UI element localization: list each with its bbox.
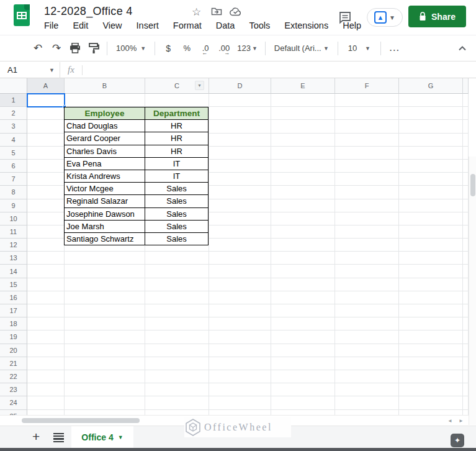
- cell-C20[interactable]: [145, 344, 209, 357]
- row-header-16[interactable]: 16: [0, 291, 27, 304]
- row-header-6[interactable]: 6: [0, 160, 27, 173]
- cell-A7[interactable]: [27, 173, 65, 186]
- cell-B16[interactable]: [65, 291, 145, 304]
- cell-F9[interactable]: [335, 199, 399, 212]
- cell-A23[interactable]: [27, 383, 65, 396]
- department-cell[interactable]: IT: [145, 157, 209, 170]
- employee-name-cell[interactable]: Krista Andrews: [65, 170, 145, 182]
- row-header-4[interactable]: 4: [0, 134, 27, 147]
- department-cell[interactable]: IT: [145, 170, 209, 182]
- cell-B15[interactable]: [65, 278, 145, 291]
- department-cell[interactable]: Sales: [145, 195, 209, 207]
- row-header-19[interactable]: 19: [0, 330, 27, 344]
- row-header-17[interactable]: 17: [0, 304, 27, 317]
- cell-B20[interactable]: [65, 344, 145, 357]
- row-header-1[interactable]: 1: [0, 94, 27, 107]
- cell-E18[interactable]: [271, 317, 335, 330]
- cell-C17[interactable]: [145, 304, 209, 317]
- cell-G1[interactable]: [399, 94, 463, 107]
- cell-F10[interactable]: [335, 212, 399, 226]
- cell-G12[interactable]: [399, 239, 463, 252]
- cell-G13[interactable]: [399, 252, 463, 265]
- cell-E15[interactable]: [271, 278, 335, 291]
- zoom-select[interactable]: 100%▼: [111, 43, 151, 53]
- cell-A15[interactable]: [27, 278, 65, 291]
- cell-B24[interactable]: [65, 396, 145, 409]
- cell-D17[interactable]: [209, 304, 271, 317]
- cell-D5[interactable]: [209, 147, 271, 160]
- cell-G3[interactable]: [399, 120, 463, 133]
- cell-D22[interactable]: [209, 370, 271, 383]
- cell-G18[interactable]: [399, 317, 463, 330]
- vertical-scrollbar[interactable]: ▲ ▼: [469, 157, 476, 425]
- cell-B1[interactable]: [65, 94, 145, 107]
- present-caret-icon[interactable]: ▼: [389, 14, 395, 21]
- cell-A20[interactable]: [27, 344, 65, 357]
- cell-G24[interactable]: [399, 396, 463, 409]
- row-header-9[interactable]: 9: [0, 199, 27, 212]
- cell-A8[interactable]: [27, 186, 65, 199]
- row-header-21[interactable]: 21: [0, 357, 27, 370]
- cell-E4[interactable]: [271, 134, 335, 147]
- department-cell[interactable]: Sales: [145, 232, 209, 245]
- cell-G10[interactable]: [399, 212, 463, 226]
- cell-A10[interactable]: [27, 212, 65, 226]
- cell-A16[interactable]: [27, 291, 65, 304]
- cell-G11[interactable]: [399, 226, 463, 239]
- employee-name-cell[interactable]: Victor Mcgee: [65, 183, 145, 195]
- department-cell[interactable]: Sales: [145, 220, 209, 232]
- cell-B19[interactable]: [65, 330, 145, 344]
- cell-B22[interactable]: [65, 370, 145, 383]
- cell-A13[interactable]: [27, 252, 65, 265]
- cell-F12[interactable]: [335, 239, 399, 252]
- format-percent-button[interactable]: %: [177, 43, 196, 53]
- cell-D13[interactable]: [209, 252, 271, 265]
- cell-F3[interactable]: [335, 120, 399, 133]
- cell-G4[interactable]: [399, 134, 463, 147]
- cell-G16[interactable]: [399, 291, 463, 304]
- cell-A21[interactable]: [27, 357, 65, 370]
- menu-insert[interactable]: Insert: [137, 20, 159, 30]
- department-cell[interactable]: Sales: [145, 207, 209, 220]
- font-size-select[interactable]: 10▼: [342, 43, 377, 53]
- cell-E21[interactable]: [271, 357, 335, 370]
- row-header-14[interactable]: 14: [0, 265, 27, 278]
- cell-G2[interactable]: [399, 107, 463, 120]
- cell-C19[interactable]: [145, 330, 209, 344]
- cell-A2[interactable]: [27, 107, 65, 120]
- row-header-23[interactable]: 23: [0, 383, 27, 396]
- cell-G7[interactable]: [399, 173, 463, 186]
- redo-icon[interactable]: ↷: [47, 42, 66, 55]
- cell-G5[interactable]: [399, 147, 463, 160]
- cell-E13[interactable]: [271, 252, 335, 265]
- row-header-13[interactable]: 13: [0, 252, 27, 265]
- cell-B13[interactable]: [65, 252, 145, 265]
- cell-A3[interactable]: [27, 120, 65, 133]
- present-button[interactable]: ▲ ▼: [367, 8, 403, 27]
- row-header-24[interactable]: 24: [0, 396, 27, 409]
- employee-name-cell[interactable]: Chad Douglas: [65, 120, 145, 132]
- add-sheet-button[interactable]: +: [32, 429, 40, 444]
- cell-C1[interactable]: [145, 94, 209, 107]
- column-header-b[interactable]: B: [65, 78, 145, 94]
- column-header-c[interactable]: C▼: [145, 78, 209, 94]
- name-box-caret-icon[interactable]: ▼: [49, 67, 55, 73]
- row-header-10[interactable]: 10: [0, 212, 27, 226]
- horizontal-scrollbar-thumb[interactable]: [22, 418, 140, 423]
- font-select[interactable]: Default (Ari...▼: [269, 43, 334, 53]
- cell-D20[interactable]: [209, 344, 271, 357]
- employee-name-cell[interactable]: Gerard Cooper: [65, 132, 145, 145]
- more-toolbar-button[interactable]: ...: [385, 43, 405, 53]
- cell-D4[interactable]: [209, 134, 271, 147]
- cell-D10[interactable]: [209, 212, 271, 226]
- cell-G19[interactable]: [399, 330, 463, 344]
- cell-E7[interactable]: [271, 173, 335, 186]
- row-header-18[interactable]: 18: [0, 317, 27, 330]
- menu-edit[interactable]: Edit: [73, 20, 88, 30]
- cell-B23[interactable]: [65, 383, 145, 396]
- cell-B14[interactable]: [65, 265, 145, 278]
- cell-F7[interactable]: [335, 173, 399, 186]
- row-header-8[interactable]: 8: [0, 186, 27, 199]
- cell-E1[interactable]: [271, 94, 335, 107]
- decrease-decimal-button[interactable]: .0←: [196, 43, 215, 53]
